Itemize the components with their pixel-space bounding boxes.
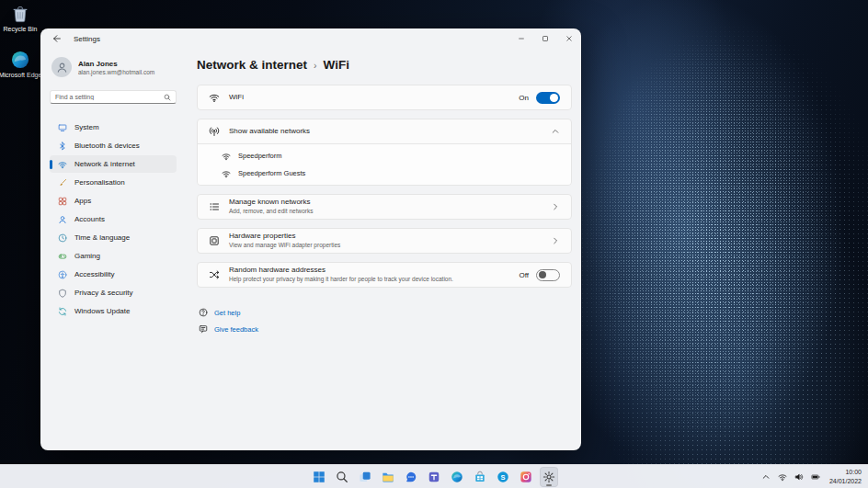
- sidebar-item-windows-update[interactable]: Windows Update: [50, 302, 177, 320]
- clock-icon: [58, 233, 67, 243]
- help-links: Get help Give feedback: [197, 308, 572, 334]
- chevron-right-icon: [551, 202, 560, 211]
- desktop-icon-label: Microsoft Edge: [0, 72, 41, 79]
- manage-known-networks-subtitle: Add, remove, and edit networks: [229, 208, 313, 215]
- controller-icon: [58, 252, 67, 261]
- breadcrumb: Network & internet › WiFi: [197, 58, 572, 72]
- taskbar-clock[interactable]: 10:00 24/01/2022: [829, 468, 863, 485]
- wifi-icon: [778, 472, 787, 482]
- desktop-icon-label: Recycle Bin: [4, 26, 38, 33]
- tray-hidden-icons[interactable]: [760, 471, 771, 482]
- sidebar-item-accessibility[interactable]: Accessibility: [50, 266, 177, 283]
- help-icon: [199, 308, 208, 317]
- sidebar-item-label: Bluetooth & devices: [74, 142, 140, 150]
- taskbar-file-explorer[interactable]: [379, 467, 397, 487]
- hardware-properties-text: Hardware properties View and manage WiFi…: [229, 232, 340, 250]
- desktop-icon-microsoft-edge[interactable]: Microsoft Edge: [0, 50, 42, 79]
- taskbar-settings[interactable]: [540, 467, 558, 487]
- sidebar-item-label: Windows Update: [74, 307, 130, 315]
- sidebar-item-label: Accessibility: [74, 270, 115, 278]
- edge-icon: [10, 50, 30, 70]
- available-networks-icon: [209, 126, 220, 137]
- chat-icon: [405, 471, 417, 483]
- wifi-icon: [58, 160, 67, 169]
- wifi-toggle[interactable]: [536, 92, 560, 104]
- sidebar-item-bluetooth-devices[interactable]: Bluetooth & devices: [50, 137, 177, 154]
- bluetooth-icon: [58, 142, 67, 151]
- taskbar-teams[interactable]: [425, 467, 443, 487]
- random-hardware-addresses-text: Random hardware addresses Help protect y…: [229, 266, 453, 284]
- sidebar-item-gaming[interactable]: Gaming: [50, 247, 177, 265]
- sidebar-item-personalisation[interactable]: Personalisation: [50, 174, 177, 191]
- selected-indicator: [50, 160, 52, 169]
- show-available-networks-header[interactable]: Show available networks: [198, 119, 571, 143]
- hardware-icon: [209, 235, 220, 246]
- sidebar-item-label: Personalisation: [74, 178, 125, 187]
- sidebar-item-label: Network & internet: [74, 160, 135, 168]
- give-feedback-link[interactable]: Give feedback: [199, 324, 572, 334]
- wifi-toggle-row: WiFi On: [198, 85, 571, 109]
- taskbar-skype[interactable]: S: [494, 467, 512, 487]
- tray-icons: [760, 471, 821, 482]
- manage-known-networks-row[interactable]: Manage known networks Add, remove, and e…: [198, 195, 571, 219]
- manage-known-networks-card: Manage known networks Add, remove, and e…: [197, 194, 572, 220]
- sidebar-item-time-language[interactable]: Time & language: [50, 229, 177, 246]
- chevron-up-icon: [551, 127, 560, 136]
- breadcrumb-parent[interactable]: Network & internet: [197, 58, 307, 72]
- tb-search-icon: [336, 471, 348, 483]
- taskbar-chat[interactable]: [402, 467, 420, 487]
- get-help-label: Get help: [214, 309, 240, 317]
- clock-time: 10:00: [829, 468, 862, 476]
- chevron-up-icon: [761, 472, 771, 482]
- system-icon: [58, 123, 67, 132]
- taskbar-edge[interactable]: [448, 467, 466, 487]
- sidebar-item-label: Accounts: [74, 215, 105, 223]
- taskbar-store[interactable]: [471, 467, 489, 487]
- taskbar-search[interactable]: [333, 467, 351, 487]
- random-hardware-addresses-toggle[interactable]: [536, 269, 560, 281]
- sidebar-item-label: System: [74, 123, 99, 131]
- maximize-button[interactable]: [533, 28, 557, 49]
- sidebar-item-network-internet[interactable]: Network & internet: [50, 155, 177, 173]
- tray-volume[interactable]: [794, 471, 805, 482]
- skype-icon: S: [497, 471, 509, 483]
- manage-known-networks-text: Manage known networks Add, remove, and e…: [229, 198, 313, 216]
- taskbar-task-view[interactable]: [356, 467, 374, 487]
- sidebar-item-privacy-security[interactable]: Privacy & security: [50, 284, 177, 301]
- user-account[interactable]: Alan Jones alan.jones.wm@hotmail.com: [50, 53, 177, 81]
- taskbar-photos[interactable]: [517, 467, 535, 487]
- sidebar-nav: SystemBluetooth & devicesNetwork & inter…: [50, 119, 177, 320]
- tray-battery[interactable]: [810, 471, 821, 482]
- sidebar-item-system[interactable]: System: [50, 119, 177, 136]
- sidebar-item-accounts[interactable]: Accounts: [50, 210, 177, 228]
- available-networks-card: Show available networks SpeedperformSpee…: [197, 119, 572, 186]
- photos-icon: [520, 471, 532, 483]
- update-icon: [58, 307, 67, 316]
- search-input[interactable]: [55, 94, 160, 100]
- sidebar-item-apps[interactable]: Apps: [50, 192, 177, 210]
- available-network-row[interactable]: Speedperform Guests: [198, 165, 571, 182]
- maximize-icon: [542, 35, 549, 42]
- volume-icon: [794, 472, 804, 482]
- taskbar-start[interactable]: [310, 467, 328, 487]
- show-available-networks-label: Show available networks: [229, 127, 310, 136]
- user-email: alan.jones.wm@hotmail.com: [78, 69, 154, 75]
- window-controls: [509, 28, 581, 49]
- available-networks-list: SpeedperformSpeedperform Guests: [198, 143, 571, 185]
- wifi-icon: [222, 152, 231, 161]
- random-hardware-addresses-title: Random hardware addresses: [229, 266, 453, 275]
- close-button[interactable]: [557, 28, 581, 49]
- accessibility-icon: [58, 270, 67, 279]
- settings-sidebar: Alan Jones alan.jones.wm@hotmail.com Sys…: [40, 49, 184, 450]
- settings-cards: WiFi On Show available networks: [197, 85, 572, 288]
- back-button[interactable]: [49, 31, 65, 46]
- minimize-button[interactable]: [509, 28, 533, 49]
- tray-network[interactable]: [777, 471, 788, 482]
- network-name: Speedperform Guests: [238, 169, 305, 177]
- system-tray: 10:00 24/01/2022: [760, 465, 863, 488]
- hardware-properties-row[interactable]: Hardware properties View and manage WiFi…: [198, 229, 571, 253]
- desktop-icon-recycle-bin[interactable]: Recycle Bin: [0, 4, 42, 33]
- person-icon: [56, 62, 68, 74]
- available-network-row[interactable]: Speedperform: [198, 147, 571, 165]
- get-help-link[interactable]: Get help: [199, 308, 572, 317]
